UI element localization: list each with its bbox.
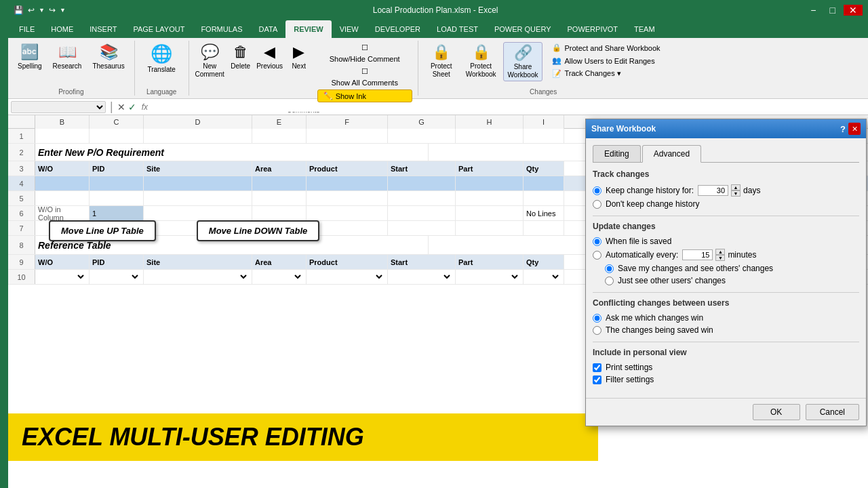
maximize-button[interactable]: □ xyxy=(825,5,841,16)
ref-cell-d9[interactable]: Site xyxy=(144,255,252,269)
dropdown-i10[interactable] xyxy=(526,272,561,281)
move-up-button[interactable]: Move Line UP Table xyxy=(49,220,156,241)
ref-cell-c9[interactable]: PID xyxy=(90,255,144,269)
tab-file[interactable]: FILE xyxy=(11,20,43,38)
cell-g3[interactable]: Start xyxy=(388,161,456,176)
tab-data[interactable]: DATA xyxy=(251,20,286,38)
no-history-radio[interactable] xyxy=(593,200,601,209)
tab-powerpivot[interactable]: POWERPIVOT xyxy=(559,20,626,38)
cell-h7[interactable] xyxy=(456,221,524,235)
spreadsheet-title[interactable]: Enter New P/O Requirement xyxy=(35,144,429,161)
tab-advanced[interactable]: Advanced xyxy=(642,145,701,163)
minimize-button[interactable]: − xyxy=(805,5,821,16)
dropdown-e10[interactable] xyxy=(255,272,303,281)
cell-g4[interactable] xyxy=(388,176,456,190)
tab-page-layout[interactable]: PAGE LAYOUT xyxy=(125,20,193,38)
col-header-c[interactable]: C xyxy=(90,115,144,129)
dropdown-g10[interactable] xyxy=(391,272,452,281)
cell-b5[interactable] xyxy=(35,191,90,205)
tab-editing[interactable]: Editing xyxy=(593,145,641,162)
cell-c4[interactable] xyxy=(90,176,144,190)
cell-b10[interactable] xyxy=(35,270,90,284)
cell-i10[interactable] xyxy=(524,270,564,284)
days-up-button[interactable]: ▲ xyxy=(731,184,741,190)
tab-formulas[interactable]: FORMULAS xyxy=(193,20,250,38)
cell-g6[interactable] xyxy=(388,206,456,220)
col-header-f[interactable]: F xyxy=(307,115,388,129)
tab-view[interactable]: VIEW xyxy=(332,20,367,38)
cell-g1[interactable] xyxy=(388,129,456,143)
cell-e5[interactable] xyxy=(252,191,307,205)
save-update-radio[interactable] xyxy=(593,237,601,246)
cancel-button[interactable]: Cancel xyxy=(806,404,859,420)
save-icon[interactable]: 💾 xyxy=(14,5,24,15)
cell-i4[interactable] xyxy=(524,176,564,190)
cell-d4[interactable] xyxy=(144,176,252,190)
delete-comment-button[interactable]: 🗑 Delete xyxy=(228,42,254,72)
col-header-g[interactable]: G xyxy=(388,115,456,129)
translate-button[interactable]: 🌐 Translate xyxy=(143,42,179,75)
protect-workbook-button[interactable]: 🔒 ProtectWorkbook xyxy=(462,42,500,80)
dropdown-d10[interactable] xyxy=(146,272,249,281)
tab-team[interactable]: TEAM xyxy=(626,20,663,38)
allow-users-edit-button[interactable]: 👥 Allow Users to Edit Ranges xyxy=(549,55,663,66)
col-header-e[interactable]: E xyxy=(252,115,307,129)
undo-icon[interactable]: ↩ xyxy=(28,5,35,15)
cell-f10[interactable] xyxy=(307,270,388,284)
tab-load-test[interactable]: LOAD TEST xyxy=(429,20,486,38)
ref-cell-b9[interactable]: W/O xyxy=(35,255,90,269)
research-button[interactable]: 📖 Research xyxy=(49,42,86,72)
ref-cell-g9[interactable]: Start xyxy=(388,255,456,269)
new-comment-button[interactable]: 💬 NewComment xyxy=(195,42,225,80)
cell-e3[interactable]: Area xyxy=(252,161,307,176)
filter-settings-checkbox[interactable] xyxy=(593,375,601,384)
cell-c5[interactable] xyxy=(90,191,144,205)
dropdown-f10[interactable] xyxy=(309,272,384,281)
cell-h3[interactable]: Part xyxy=(456,161,524,176)
cell-d10[interactable] xyxy=(144,270,252,284)
cell-i5[interactable] xyxy=(524,191,564,205)
auto-update-radio[interactable] xyxy=(593,251,601,260)
cell-g7[interactable] xyxy=(388,221,456,235)
thesaurus-button[interactable]: 📚 Thesaurus xyxy=(88,42,128,72)
ref-cell-i9[interactable]: Qty xyxy=(524,255,564,269)
cell-g5[interactable] xyxy=(388,191,456,205)
days-down-button[interactable]: ▼ xyxy=(731,190,741,197)
close-button[interactable]: ✕ xyxy=(844,5,863,16)
cell-d5[interactable] xyxy=(144,191,252,205)
cell-e1[interactable] xyxy=(252,129,307,143)
move-down-button[interactable]: Move Line DOWN Table xyxy=(197,220,319,241)
formula-cancel-button[interactable]: ✕ xyxy=(117,102,125,113)
cell-i3[interactable]: Qty xyxy=(524,161,564,176)
next-comment-button[interactable]: ▶ Next xyxy=(286,42,312,72)
cell-e4[interactable] xyxy=(252,176,307,190)
show-hide-comment-button[interactable]: ☐ Show/Hide Comment xyxy=(317,42,412,64)
cell-b3[interactable]: W/O xyxy=(35,161,90,176)
col-header-h[interactable]: H xyxy=(456,115,524,129)
cell-d3[interactable]: Site xyxy=(144,161,252,176)
tab-insert[interactable]: INSERT xyxy=(81,20,125,38)
customize-qat-icon[interactable]: ▼ xyxy=(60,7,66,14)
dialog-close-button[interactable]: ✕ xyxy=(848,123,861,135)
cell-c6[interactable]: 1 xyxy=(90,206,144,220)
dropdown-c10[interactable] xyxy=(92,272,140,281)
minutes-up-button[interactable]: ▲ xyxy=(715,249,725,255)
print-settings-checkbox[interactable] xyxy=(593,363,601,372)
undo-dropdown-icon[interactable]: ▼ xyxy=(39,7,45,14)
cell-e6[interactable] xyxy=(252,206,307,220)
share-workbook-button[interactable]: 🔗 ShareWorkbook xyxy=(503,42,543,81)
ref-cell-e9[interactable]: Area xyxy=(252,255,307,269)
track-changes-button[interactable]: 📝 Track Changes ▾ xyxy=(549,68,663,79)
dropdown-h10[interactable] xyxy=(458,272,520,281)
cell-f6[interactable] xyxy=(307,206,388,220)
cell-f5[interactable] xyxy=(307,191,388,205)
redo-icon[interactable]: ↪ xyxy=(49,5,56,15)
cell-e10[interactable] xyxy=(252,270,307,284)
spelling-button[interactable]: 🔤 Spelling xyxy=(14,42,46,72)
cell-h6[interactable] xyxy=(456,206,524,220)
col-header-d[interactable]: D xyxy=(144,115,252,129)
cell-c1[interactable] xyxy=(90,129,144,143)
previous-comment-button[interactable]: ◀ Previous xyxy=(256,42,283,72)
cell-f4[interactable] xyxy=(307,176,388,190)
formula-confirm-button[interactable]: ✓ xyxy=(128,102,136,113)
